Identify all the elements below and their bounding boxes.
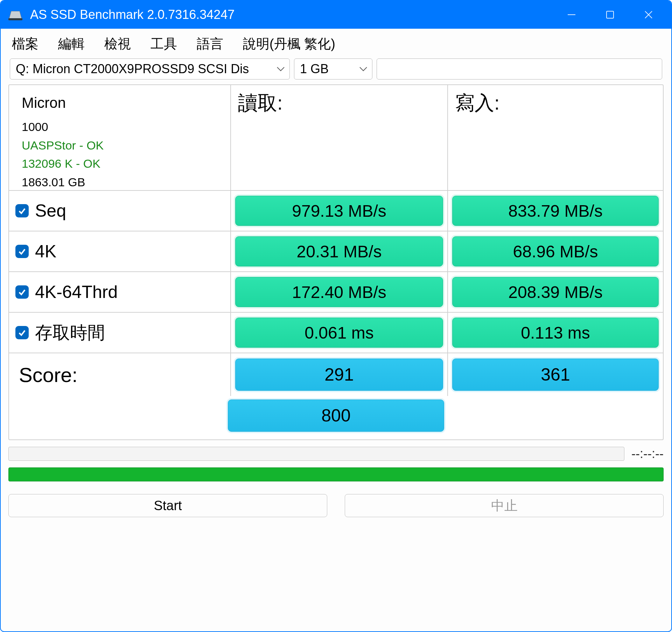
info-model: 1000 — [22, 118, 48, 136]
seq-read: 979.13 MB/s — [235, 196, 443, 226]
close-button[interactable] — [629, 1, 668, 29]
svg-marker-0 — [9, 11, 22, 19]
app-icon — [8, 8, 23, 21]
checkbox-4k[interactable] — [15, 245, 29, 258]
abort-button[interactable]: 中止 — [345, 494, 664, 517]
menu-tools[interactable]: 工具 — [150, 35, 177, 53]
menu-lang[interactable]: 語言 — [197, 35, 223, 53]
menu-view[interactable]: 檢視 — [104, 35, 131, 53]
row-score: Score: 291 361 — [9, 353, 663, 396]
bottom-buttons: Start 中止 — [8, 494, 664, 517]
seq-write: 833.79 MB/s — [452, 196, 658, 226]
header-write: 寫入: — [448, 85, 663, 190]
checkbox-seq[interactable] — [15, 204, 29, 217]
menu-file[interactable]: 檔案 — [12, 35, 38, 53]
size-select-value: 1 GB — [300, 62, 329, 76]
menu-help[interactable]: 說明(丹楓 繁化) — [243, 35, 335, 53]
progress-bar-complete — [8, 467, 664, 481]
label-4k: 4K — [35, 241, 56, 262]
info-align: 132096 K - OK — [22, 154, 100, 173]
elapsed-timer: --:--:-- — [631, 446, 664, 461]
svg-rect-1 — [8, 18, 22, 20]
row-4k: 4K 20.31 MB/s 68.96 MB/s — [9, 231, 663, 271]
info-driver: UASPStor - OK — [22, 136, 104, 155]
score-total: 800 — [228, 400, 444, 432]
score-write: 361 — [452, 359, 658, 391]
row-4k64: 4K-64Thrd 172.40 MB/s 208.39 MB/s — [9, 271, 663, 312]
drive-select-value: Q: Micron CT2000X9PROSSD9 SCSI Dis — [16, 62, 249, 76]
4k64-write: 208.39 MB/s — [452, 277, 658, 307]
window-title: AS SSD Benchmark 2.0.7316.34247 — [30, 7, 552, 22]
titlebar: AS SSD Benchmark 2.0.7316.34247 — [1, 1, 671, 29]
row-total: 800 — [9, 396, 663, 439]
checkbox-4k64[interactable] — [15, 285, 29, 299]
access-write: 0.113 ms — [452, 318, 658, 348]
label-score: Score: — [9, 353, 231, 396]
blank-field — [377, 58, 662, 79]
drive-info: Micron 1000 UASPStor - OK 132096 K - OK … — [9, 85, 231, 190]
label-4k64: 4K-64Thrd — [35, 282, 118, 302]
header-read: 讀取: — [231, 85, 448, 190]
row-seq: Seq 979.13 MB/s 833.79 MB/s — [9, 190, 663, 231]
info-capacity: 1863.01 GB — [22, 173, 85, 192]
svg-rect-3 — [607, 11, 614, 18]
maximize-button[interactable] — [591, 1, 629, 29]
chevron-down-icon — [273, 66, 285, 72]
app-window: AS SSD Benchmark 2.0.7316.34247 檔案 編輯 檢視… — [0, 0, 672, 632]
access-read: 0.061 ms — [235, 318, 443, 348]
chevron-down-icon — [355, 66, 368, 72]
size-select[interactable]: 1 GB — [294, 58, 372, 79]
progress-bar-empty — [8, 447, 624, 461]
selector-row: Q: Micron CT2000X9PROSSD9 SCSI Dis 1 GB — [1, 56, 671, 84]
info-mfr: Micron — [22, 91, 66, 114]
start-button[interactable]: Start — [8, 494, 327, 517]
drive-select[interactable]: Q: Micron CT2000X9PROSSD9 SCSI Dis — [10, 58, 290, 79]
minimize-button[interactable] — [552, 1, 591, 29]
status-area: --:--:-- — [8, 446, 664, 461]
menu-edit[interactable]: 編輯 — [58, 35, 85, 53]
4k-write: 68.96 MB/s — [452, 236, 658, 266]
label-seq: Seq — [35, 201, 66, 221]
info-row: Micron 1000 UASPStor - OK 132096 K - OK … — [9, 85, 663, 190]
checkbox-access[interactable] — [15, 326, 29, 339]
4k64-read: 172.40 MB/s — [235, 277, 443, 307]
results-table: Micron 1000 UASPStor - OK 132096 K - OK … — [8, 84, 664, 440]
score-read: 291 — [235, 359, 443, 391]
row-access: 存取時間 0.061 ms 0.113 ms — [9, 312, 663, 353]
label-access: 存取時間 — [35, 321, 105, 345]
4k-read: 20.31 MB/s — [235, 236, 443, 266]
menubar: 檔案 編輯 檢視 工具 語言 說明(丹楓 繁化) — [1, 29, 671, 56]
